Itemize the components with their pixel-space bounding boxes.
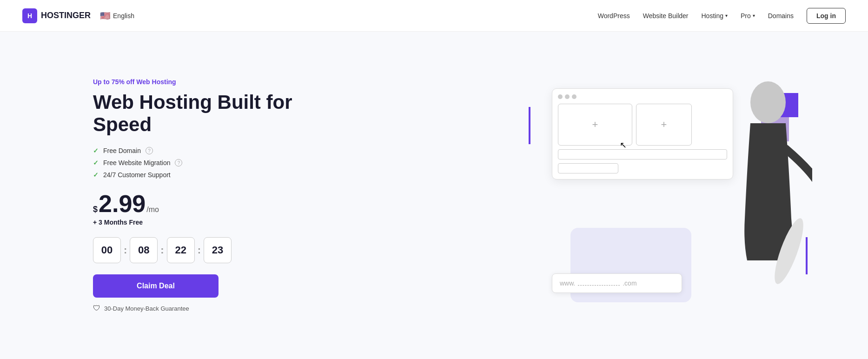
main-nav: H HOSTINGER 🇺🇸 English WordPress Website… — [0, 0, 868, 32]
nav-left: H HOSTINGER 🇺🇸 English — [22, 8, 134, 23]
svg-point-0 — [750, 81, 786, 123]
pro-chevron-icon: ▾ — [753, 13, 755, 18]
browser-bar-half — [558, 163, 618, 173]
shield-icon: 🛡 — [93, 304, 100, 312]
feature-support: ✓ 24/7 Customer Support — [93, 171, 292, 179]
money-back-guarantee: 🛡 30-Day Money-Back Guarantee — [93, 304, 292, 312]
deco-line-1 — [529, 107, 530, 144]
timer-sep-2: : — [160, 244, 164, 256]
info-icon-domain[interactable]: ? — [146, 147, 153, 154]
browser-content: + + — [558, 104, 727, 173]
add-icon-2: + — [661, 119, 667, 131]
nav-pro[interactable]: Pro ▾ — [741, 12, 755, 20]
price-amount: 2.99 — [99, 192, 146, 216]
dot-3 — [572, 94, 576, 99]
browser-card-large: + — [558, 104, 632, 146]
browser-row-1: + + — [558, 104, 727, 146]
browser-dots — [558, 94, 727, 99]
language-label: English — [113, 12, 134, 20]
timer-sep-1: : — [124, 244, 127, 256]
dot-1 — [558, 94, 563, 99]
timer-minutes: 08 — [130, 237, 158, 263]
login-button[interactable]: Log in — [807, 8, 846, 24]
cursor-icon: ↖ — [620, 140, 627, 150]
domain-bar: www. .com — [552, 273, 682, 293]
add-icon-1: + — [592, 119, 598, 131]
discount-highlight: 75% off — [112, 78, 135, 86]
free-months-label: + 3 Months Free — [93, 219, 292, 226]
timer-seconds: 22 — [167, 237, 195, 263]
browser-bar-full — [558, 149, 727, 160]
features-list: ✓ Free Domain ? ✓ Free Website Migration… — [93, 147, 292, 179]
logo-link[interactable]: H HOSTINGER — [22, 8, 91, 23]
nav-right: WordPress Website Builder Hosting ▾ Pro … — [598, 8, 846, 24]
language-selector[interactable]: 🇺🇸 English — [100, 11, 134, 21]
browser-mockup: + + ↖ — [552, 88, 733, 180]
dot-2 — [565, 94, 570, 99]
hero-title: Web Hosting Built for Speed — [93, 91, 292, 136]
hosting-chevron-icon: ▾ — [725, 13, 728, 18]
countdown-timer: 00 : 08 : 22 : 23 — [93, 237, 292, 263]
price-dollar-sign: $ — [93, 205, 98, 214]
flag-icon: 🇺🇸 — [100, 11, 110, 21]
claim-deal-button[interactable]: Claim Deal — [93, 274, 219, 298]
timer-sep-3: : — [198, 244, 201, 256]
timer-centiseconds: 23 — [204, 237, 232, 263]
timer-hours: 00 — [93, 237, 121, 263]
check-icon-3: ✓ — [93, 171, 99, 179]
nav-hosting[interactable]: Hosting ▾ — [701, 12, 727, 20]
domain-prefix: www. — [560, 279, 575, 287]
domain-input-line — [578, 285, 620, 286]
guarantee-text: 30-Day Money-Back Guarantee — [104, 305, 189, 312]
hero-illustration: + + ↖ www. .com — [543, 79, 784, 312]
info-icon-migration[interactable]: ? — [175, 159, 182, 166]
promo-label: Up to 75% off Web Hosting — [93, 78, 292, 86]
check-icon-2: ✓ — [93, 159, 99, 166]
nav-website-builder[interactable]: Website Builder — [643, 12, 689, 20]
browser-card-small: + — [636, 104, 692, 146]
feature-free-domain: ✓ Free Domain ? — [93, 147, 292, 154]
domain-suffix: .com — [623, 279, 636, 287]
logo-text: HOSTINGER — [41, 11, 91, 20]
feature-migration: ✓ Free Website Migration ? — [93, 159, 292, 166]
price-display: $ 2.99 /mo — [93, 192, 292, 216]
hero-content: Up to 75% off Web Hosting Web Hosting Bu… — [93, 78, 292, 313]
nav-domains[interactable]: Domains — [768, 12, 794, 20]
hero-section: Up to 75% off Web Hosting Web Hosting Bu… — [0, 32, 868, 359]
logo-icon: H — [22, 8, 37, 23]
nav-wordpress[interactable]: WordPress — [598, 12, 630, 20]
check-icon-1: ✓ — [93, 147, 99, 154]
price-per-month: /mo — [146, 206, 159, 214]
